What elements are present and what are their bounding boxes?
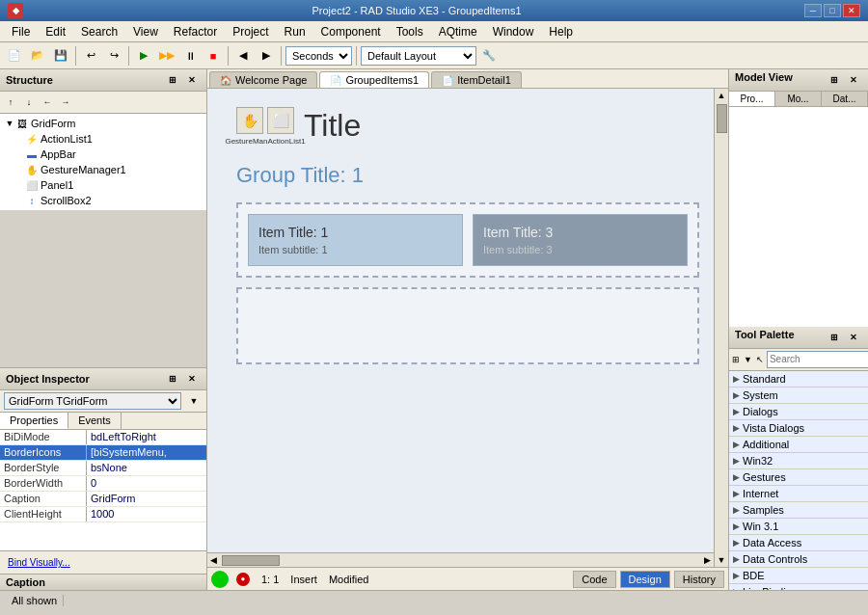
- menu-item-refactor[interactable]: Refactor: [166, 21, 225, 41]
- tool-palette-search-input[interactable]: [767, 351, 868, 368]
- scroll-h-thumb[interactable]: [222, 555, 280, 566]
- time-select[interactable]: Seconds: [285, 46, 352, 66]
- tab-welcome[interactable]: 🏠 Welcome Page: [209, 71, 317, 88]
- step-button[interactable]: ▶▶: [156, 45, 177, 67]
- tab-history[interactable]: History: [674, 571, 724, 588]
- pause-button[interactable]: ⏸: [179, 45, 201, 67]
- tree-item-appbar[interactable]: ▬ AppBar: [2, 147, 204, 162]
- tab-design[interactable]: Design: [620, 571, 670, 588]
- menu-item-edit[interactable]: Edit: [38, 21, 73, 41]
- tab-code[interactable]: Code: [573, 571, 615, 588]
- debug-button[interactable]: 🔧: [478, 45, 500, 67]
- menu-item-file[interactable]: File: [4, 21, 38, 41]
- gesture-btn1[interactable]: ✋: [236, 107, 263, 134]
- bind-visually-link[interactable]: Bind Visually...: [6, 555, 201, 570]
- scroll-down-btn[interactable]: ▼: [716, 553, 728, 567]
- scroll-up-btn[interactable]: ▲: [716, 89, 728, 102]
- palette-cat-standard[interactable]: ▶Standard: [729, 371, 868, 388]
- save-button[interactable]: 💾: [50, 45, 71, 67]
- vertical-scrollbar[interactable]: ▲ ▼: [714, 89, 728, 567]
- oi-footer: Bind Visually...: [0, 550, 206, 574]
- tp-btn1[interactable]: ⊞: [731, 351, 741, 368]
- menu-item-window[interactable]: Window: [485, 21, 542, 41]
- palette-cat-system[interactable]: ▶System: [729, 388, 868, 404]
- scroll-left-btn[interactable]: ◀: [207, 555, 220, 565]
- design-area[interactable]: ✋ ⬜ GestureManActionList1 Title Group Ti…: [207, 89, 728, 567]
- menu-item-search[interactable]: Search: [73, 21, 125, 41]
- tree-item-scrollbox[interactable]: ↕ ScrollBox2: [2, 193, 204, 208]
- palette-cat-livebindings[interactable]: ▶LiveBindings: [729, 584, 868, 591]
- palette-cat-win32[interactable]: ▶Win32: [729, 453, 868, 469]
- menu-item-tools[interactable]: Tools: [389, 21, 431, 41]
- str-btn4[interactable]: →: [57, 94, 74, 111]
- back-button[interactable]: ◀: [232, 45, 254, 67]
- oi-row-bordericons[interactable]: BorderIcons [biSystemMenu, biMinim: [0, 445, 206, 461]
- stop-button[interactable]: ■: [203, 45, 224, 67]
- menu-item-help[interactable]: Help: [541, 21, 581, 41]
- item-card-1[interactable]: Item Title: 1 Item subtitle: 1: [248, 214, 463, 266]
- tree-item-actionlist[interactable]: ⚡ ActionList1: [2, 131, 204, 147]
- palette-cat-additional[interactable]: ▶Additional: [729, 437, 868, 453]
- maximize-button[interactable]: □: [824, 4, 841, 17]
- palette-cat-samples[interactable]: ▶Samples: [729, 502, 868, 519]
- str-btn3[interactable]: ←: [39, 94, 56, 111]
- undo-button[interactable]: ↩: [80, 45, 101, 67]
- palette-cat-internet[interactable]: ▶Internet: [729, 486, 868, 502]
- oi-dropdown-btn[interactable]: ▼: [185, 392, 203, 410]
- open-button[interactable]: 📂: [27, 45, 48, 67]
- str-btn2[interactable]: ↓: [20, 94, 38, 111]
- scroll-right-btn[interactable]: ▶: [701, 555, 714, 565]
- oi-row-borderstyle[interactable]: BorderStyle bsNone: [0, 461, 206, 476]
- tp-btn2[interactable]: ▼: [743, 351, 753, 368]
- palette-cat-gestures[interactable]: ▶Gestures: [729, 469, 868, 486]
- menu-item-component[interactable]: Component: [313, 21, 389, 41]
- menu-item-aqtime[interactable]: AQtime: [431, 21, 485, 41]
- oi-close-btn[interactable]: ✕: [183, 370, 201, 388]
- tree-item-panel[interactable]: ⬜ Panel1: [2, 177, 204, 193]
- oi-row-clientheight[interactable]: ClientHeight 1000: [0, 507, 206, 522]
- tree-item-gesture[interactable]: ✋ GestureManager1: [2, 162, 204, 177]
- menu-item-view[interactable]: View: [125, 21, 166, 41]
- run-button[interactable]: ▶: [133, 45, 154, 67]
- oi-object-select[interactable]: GridForm TGridForm: [4, 392, 181, 410]
- item-card-3[interactable]: Item Title: 3 Item subtitle: 3: [473, 214, 688, 266]
- close-button[interactable]: ✕: [843, 4, 860, 17]
- oi-row-borderwidth[interactable]: BorderWidth 0: [0, 476, 206, 492]
- tab-itemdetail[interactable]: 📄 ItemDetail1: [431, 71, 522, 88]
- tab-groupeditems[interactable]: 📄 GroupedItems1: [319, 71, 429, 88]
- forward-button[interactable]: ▶: [256, 45, 277, 67]
- structure-expand-btn[interactable]: ⊞: [164, 71, 181, 89]
- oi-tab-properties[interactable]: Properties: [0, 413, 68, 429]
- tp-close-btn[interactable]: ✕: [845, 329, 862, 346]
- mv-tab-dat[interactable]: Dat...: [822, 92, 868, 106]
- horizontal-scrollbar[interactable]: ◀ ▶: [207, 552, 714, 567]
- scroll-thumb[interactable]: [717, 104, 727, 133]
- mv-expand-btn[interactable]: ⊞: [826, 71, 843, 89]
- redo-button[interactable]: ↪: [103, 45, 124, 67]
- palette-cat-data-access[interactable]: ▶Data Access: [729, 535, 868, 551]
- minimize-button[interactable]: ─: [804, 4, 822, 17]
- tp-expand-btn[interactable]: ⊞: [826, 329, 843, 346]
- mv-tab-pro[interactable]: Pro...: [729, 92, 775, 106]
- oi-row-bidimode[interactable]: BiDiMode bdLeftToRight: [0, 430, 206, 445]
- palette-cat-data-controls[interactable]: ▶Data Controls: [729, 551, 868, 568]
- layout-select[interactable]: Default Layout: [361, 46, 476, 66]
- gesture-btn2[interactable]: ⬜: [267, 107, 294, 134]
- new-button[interactable]: 📄: [4, 45, 25, 67]
- oi-row-caption[interactable]: Caption GridForm: [0, 492, 206, 507]
- tree-item-gridform[interactable]: ▼ 🖼 GridForm: [2, 116, 204, 131]
- oi-tab-events[interactable]: Events: [68, 413, 122, 429]
- mv-tab-mo[interactable]: Mo...: [775, 92, 822, 106]
- palette-cat-bde[interactable]: ▶BDE: [729, 568, 868, 584]
- menu-item-run[interactable]: Run: [277, 21, 313, 41]
- oi-expand-btn[interactable]: ⊞: [164, 370, 181, 388]
- record-btn[interactable]: ●: [236, 573, 250, 586]
- str-btn1[interactable]: ↑: [2, 94, 19, 111]
- palette-cat-dialogs[interactable]: ▶Dialogs: [729, 404, 868, 420]
- menu-item-project[interactable]: Project: [225, 21, 276, 41]
- tp-cursor-btn[interactable]: ↖: [755, 351, 765, 368]
- mv-close-btn[interactable]: ✕: [845, 71, 862, 89]
- palette-cat-vista-dialogs[interactable]: ▶Vista Dialogs: [729, 420, 868, 437]
- palette-cat-win-3.1[interactable]: ▶Win 3.1: [729, 519, 868, 535]
- structure-close-btn[interactable]: ✕: [183, 71, 201, 89]
